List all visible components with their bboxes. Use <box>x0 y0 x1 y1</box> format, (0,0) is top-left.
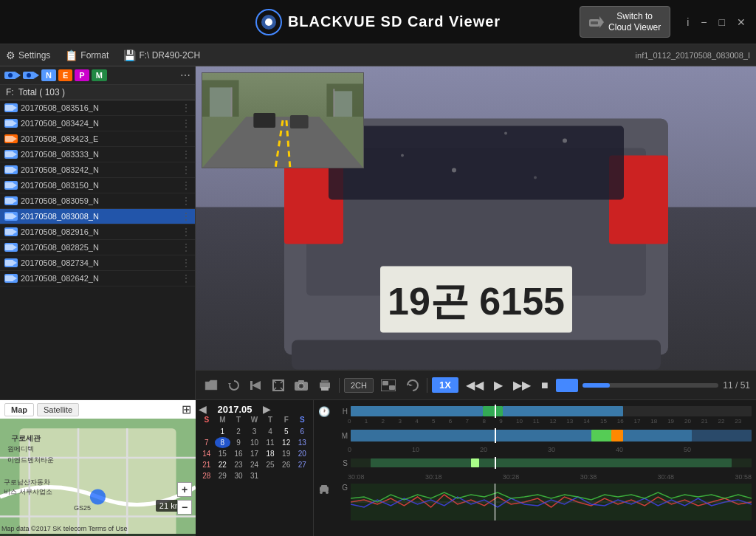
prev-month-btn[interactable]: ◀ <box>199 403 207 415</box>
cal-day-15[interactable]: 15 <box>215 448 231 459</box>
file-name-label: 20170508_083008_N <box>21 212 179 221</box>
cal-day-6[interactable]: 6 <box>294 426 310 437</box>
file-list-item[interactable]: 20170508_083516_N ⋮ <box>0 100 195 116</box>
cal-header-f: F <box>278 415 295 425</box>
filter-parking-btn[interactable]: P <box>75 69 89 81</box>
hour-label-10: 10 <box>516 418 533 425</box>
cal-day-21[interactable]: 21 <box>199 459 215 470</box>
m-track[interactable] <box>351 430 752 441</box>
cal-day-20[interactable]: 20 <box>294 448 310 459</box>
fullscreen-btn[interactable] <box>269 378 287 393</box>
file-menu-btn[interactable]: ⋮ <box>182 258 190 268</box>
filter-event-btn[interactable]: E <box>58 69 72 81</box>
minimize-button[interactable]: − <box>698 15 709 30</box>
print-btn[interactable] <box>315 378 334 393</box>
cal-day-29[interactable]: 29 <box>215 470 231 481</box>
cal-day-27[interactable]: 27 <box>294 459 310 470</box>
cal-day-1[interactable]: 1 <box>215 426 231 437</box>
cal-day-8[interactable]: 8 <box>215 437 231 448</box>
next-month-btn[interactable]: ▶ <box>263 403 271 415</box>
zoom-out-btn[interactable]: − <box>177 500 192 515</box>
file-menu-btn[interactable]: ⋮ <box>182 165 190 175</box>
file-list-item[interactable]: 20170508_083242_N ⋮ <box>0 162 195 178</box>
file-list-item[interactable]: 20170508_082825_N ⋮ <box>0 240 195 255</box>
step-forward-btn[interactable]: ▶▶ <box>510 377 534 394</box>
cal-day-19[interactable]: 19 <box>278 448 295 459</box>
cal-day-22[interactable]: 22 <box>215 459 231 470</box>
cal-day-18[interactable]: 18 <box>262 448 278 459</box>
cal-day-5[interactable]: 5 <box>278 426 295 437</box>
screenshot-btn[interactable] <box>292 378 311 393</box>
cal-day-26[interactable]: 26 <box>278 459 295 470</box>
file-menu-btn[interactable]: ⋮ <box>182 118 190 128</box>
info-button[interactable]: i <box>684 15 692 30</box>
file-list-item[interactable]: 20170508_082734_N ⋮ <box>0 255 195 271</box>
pip-toggle-btn[interactable] <box>378 378 399 393</box>
cal-day-4[interactable]: 4 <box>262 426 278 437</box>
cal-day-7[interactable]: 7 <box>199 437 215 448</box>
file-list-item[interactable]: 20170508_082642_N ⋮ <box>0 271 195 286</box>
channel-select-btn[interactable]: 2CH <box>344 378 374 393</box>
cal-day-30[interactable]: 30 <box>230 470 247 481</box>
progress-bar[interactable] <box>583 383 719 388</box>
file-list-item[interactable]: 20170508_083150_N ⋮ <box>0 178 195 193</box>
cal-day-9[interactable]: 9 <box>230 437 247 448</box>
prev-btn[interactable] <box>247 378 265 393</box>
settings-menu[interactable]: ⚙ Settings <box>6 49 50 61</box>
s-track[interactable] <box>351 458 752 467</box>
stop-btn[interactable]: ■ <box>538 377 551 394</box>
cal-day-13[interactable]: 13 <box>294 437 310 448</box>
fullscreen-map-icon[interactable]: ⊞ <box>182 402 191 416</box>
file-menu-btn[interactable]: ⋮ <box>182 227 190 237</box>
file-list-item[interactable]: 20170508_083424_N ⋮ <box>0 116 195 131</box>
step-back-btn[interactable]: ◀◀ <box>463 377 487 394</box>
map-tab-btn[interactable]: Map <box>4 403 34 416</box>
file-list-item[interactable]: 20170508_083333_N ⋮ <box>0 147 195 162</box>
cloud-viewer-button[interactable]: Switch to Cloud Viewer <box>580 6 670 38</box>
cal-day-16[interactable]: 16 <box>230 448 247 459</box>
zoom-in-btn[interactable]: + <box>177 482 192 497</box>
file-list-item[interactable]: 20170508_083423_E ⋮ <box>0 131 195 147</box>
cal-day-12[interactable]: 12 <box>278 437 295 448</box>
cal-day-17[interactable]: 17 <box>247 448 263 459</box>
svg-point-88 <box>326 491 329 494</box>
cal-day-10[interactable]: 10 <box>247 437 263 448</box>
cal-day-24[interactable]: 24 <box>247 459 263 470</box>
file-list-header: F: Total ( 103 ) <box>0 85 195 100</box>
cal-day-31[interactable]: 31 <box>247 470 263 481</box>
satellite-tab-btn[interactable]: Satellite <box>37 403 79 416</box>
cal-day-2[interactable]: 2 <box>230 426 247 437</box>
loop-btn[interactable] <box>403 378 422 393</box>
cal-day-14[interactable]: 14 <box>199 448 215 459</box>
h-track[interactable] <box>351 406 752 416</box>
file-name-label: 20170508_083242_N <box>21 165 179 174</box>
cal-day-25[interactable]: 25 <box>262 459 278 470</box>
file-menu-btn[interactable]: ⋮ <box>182 103 190 113</box>
file-menu-btn[interactable]: ⋮ <box>182 273 190 284</box>
rotate-btn[interactable] <box>225 378 243 393</box>
print-icon <box>318 379 331 391</box>
file-menu-btn[interactable]: ⋮ <box>182 196 190 206</box>
more-options-btn[interactable]: ⋯ <box>180 69 190 81</box>
restore-button[interactable]: □ <box>716 15 728 30</box>
filter-normal-btn[interactable]: N <box>41 69 56 81</box>
cal-day-28[interactable]: 28 <box>199 470 215 481</box>
cal-day-11[interactable]: 11 <box>262 437 278 448</box>
cal-day-3[interactable]: 3 <box>247 426 263 437</box>
format-menu[interactable]: 📋 Format <box>65 49 109 61</box>
file-menu-btn[interactable]: ⋮ <box>182 149 190 159</box>
svg-marker-4 <box>599 16 604 28</box>
close-button[interactable]: ✕ <box>734 15 749 30</box>
file-list-item[interactable]: 20170508_082916_N ⋮ <box>0 224 195 240</box>
drive-menu[interactable]: 💾 F:\ DR490-2CH <box>123 49 200 61</box>
file-list-item[interactable]: 20170508_083059_N ⋮ <box>0 193 195 209</box>
file-menu-btn[interactable]: ⋮ <box>182 134 190 144</box>
filter-manual-btn[interactable]: M <box>92 69 107 81</box>
file-menu-btn[interactable]: ⋮ <box>182 242 190 252</box>
file-list-item[interactable]: 20170508_083008_N ⋮ <box>0 209 195 224</box>
play-btn[interactable]: ▶ <box>491 377 506 394</box>
folder-btn[interactable] <box>202 378 221 393</box>
cal-day-23[interactable]: 23 <box>230 459 247 470</box>
file-menu-btn[interactable]: ⋮ <box>182 180 190 190</box>
file-menu-btn[interactable]: ⋮ <box>182 211 190 221</box>
